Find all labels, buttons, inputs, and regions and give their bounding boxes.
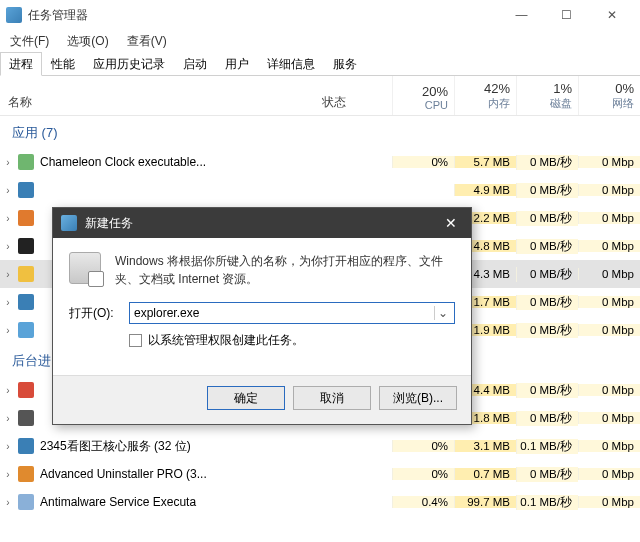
dialog-close-button[interactable]: ✕: [439, 215, 463, 231]
maximize-button[interactable]: ☐: [544, 0, 589, 30]
cell-memory: 0.7 MB: [454, 468, 516, 480]
browse-button[interactable]: 浏览(B)...: [379, 386, 457, 410]
tabbar: 进程 性能 应用历史记录 启动 用户 详细信息 服务: [0, 52, 640, 76]
group-apps[interactable]: 应用 (7): [0, 116, 640, 148]
cell-memory: 5.7 MB: [454, 156, 516, 168]
open-label: 打开(O):: [69, 305, 121, 322]
tab-details[interactable]: 详细信息: [258, 52, 324, 75]
disk-label: 磁盘: [550, 96, 572, 111]
cell-cpu: 0.4%: [392, 496, 454, 508]
run-dialog: 新建任务 ✕ Windows 将根据你所键入的名称，为你打开相应的程序、文件夹、…: [52, 207, 472, 425]
minimize-button[interactable]: —: [499, 0, 544, 30]
cell-disk: 0 MB/秒: [516, 467, 578, 482]
cell-disk: 0 MB/秒: [516, 211, 578, 226]
mem-label: 内存: [488, 96, 510, 111]
expand-icon[interactable]: ›: [0, 157, 16, 168]
tab-performance[interactable]: 性能: [42, 52, 84, 75]
dialog-body: Windows 将根据你所键入的名称，为你打开相应的程序、文件夹、文档或 Int…: [53, 238, 471, 375]
dialog-titlebar[interactable]: 新建任务 ✕: [53, 208, 471, 238]
bg-row[interactable]: ›Advanced Uninstaller PRO (3...0%0.7 MB0…: [0, 460, 640, 488]
expand-icon[interactable]: ›: [0, 325, 16, 336]
cpu-percent: 20%: [422, 84, 448, 99]
dialog-title: 新建任务: [85, 215, 439, 232]
chevron-down-icon[interactable]: ⌄: [434, 306, 450, 320]
col-name[interactable]: 名称: [0, 76, 322, 115]
col-network[interactable]: 0% 网络: [578, 76, 640, 115]
cell-network: 0 Mbp: [578, 324, 640, 336]
col-cpu[interactable]: 20% CPU: [392, 76, 454, 115]
run-icon: [69, 252, 101, 284]
col-memory[interactable]: 42% 内存: [454, 76, 516, 115]
bg-row[interactable]: ›Antimalware Service Executa0.4%99.7 MB0…: [0, 488, 640, 516]
cell-memory: 99.7 MB: [454, 496, 516, 508]
cell-network: 0 Mbp: [578, 184, 640, 196]
expand-icon[interactable]: ›: [0, 185, 16, 196]
admin-checkbox[interactable]: [129, 334, 142, 347]
tab-services[interactable]: 服务: [324, 52, 366, 75]
ok-button[interactable]: 确定: [207, 386, 285, 410]
cell-network: 0 Mbp: [578, 440, 640, 452]
net-percent: 0%: [615, 81, 634, 96]
window-title: 任务管理器: [28, 7, 499, 24]
process-icon: [18, 294, 34, 310]
cell-disk: 0 MB/秒: [516, 295, 578, 310]
process-icon: [18, 210, 34, 226]
menu-view[interactable]: 查看(V): [123, 31, 171, 52]
expand-icon[interactable]: ›: [0, 469, 16, 480]
open-combobox[interactable]: explorer.exe ⌄: [129, 302, 455, 324]
menu-file[interactable]: 文件(F): [6, 31, 53, 52]
expand-icon[interactable]: ›: [0, 441, 16, 452]
cell-network: 0 Mbp: [578, 412, 640, 424]
dialog-icon: [61, 215, 77, 231]
process-icon: [18, 182, 34, 198]
cell-network: 0 Mbp: [578, 240, 640, 252]
cell-disk: 0 MB/秒: [516, 267, 578, 282]
tab-users[interactable]: 用户: [216, 52, 258, 75]
bg-row[interactable]: ›2345看图王核心服务 (32 位)0%3.1 MB0.1 MB/秒0 Mbp: [0, 432, 640, 460]
expand-icon[interactable]: ›: [0, 241, 16, 252]
cell-network: 0 Mbp: [578, 468, 640, 480]
dialog-buttons: 确定 取消 浏览(B)...: [53, 375, 471, 424]
process-icon: [18, 410, 34, 426]
cpu-label: CPU: [425, 99, 448, 111]
titlebar: 任务管理器 — ☐ ✕: [0, 0, 640, 30]
open-value[interactable]: explorer.exe: [134, 306, 434, 320]
cell-network: 0 Mbp: [578, 296, 640, 308]
mem-percent: 42%: [484, 81, 510, 96]
cell-network: 0 Mbp: [578, 496, 640, 508]
tab-processes[interactable]: 进程: [0, 52, 42, 76]
window-buttons: — ☐ ✕: [499, 0, 634, 30]
cell-disk: 0 MB/秒: [516, 323, 578, 338]
cell-memory: 4.9 MB: [454, 184, 516, 196]
expand-icon[interactable]: ›: [0, 413, 16, 424]
process-name: Antimalware Service Executa: [40, 495, 322, 509]
cell-memory: 3.1 MB: [454, 440, 516, 452]
expand-icon[interactable]: ›: [0, 269, 16, 280]
app-row[interactable]: ›Chameleon Clock executable...0%5.7 MB0 …: [0, 148, 640, 176]
process-name: Chameleon Clock executable...: [40, 155, 322, 169]
process-name: Advanced Uninstaller PRO (3...: [40, 467, 322, 481]
process-icon: [18, 382, 34, 398]
process-icon: [18, 438, 34, 454]
cell-cpu: 0%: [392, 468, 454, 480]
tab-startup[interactable]: 启动: [174, 52, 216, 75]
expand-icon[interactable]: ›: [0, 497, 16, 508]
expand-icon[interactable]: ›: [0, 385, 16, 396]
col-status[interactable]: 状态: [322, 76, 392, 115]
cell-network: 0 Mbp: [578, 156, 640, 168]
process-icon: [18, 238, 34, 254]
process-name: 2345看图王核心服务 (32 位): [40, 438, 322, 455]
expand-icon[interactable]: ›: [0, 213, 16, 224]
cancel-button[interactable]: 取消: [293, 386, 371, 410]
process-icon: [18, 466, 34, 482]
menu-options[interactable]: 选项(O): [63, 31, 112, 52]
close-button[interactable]: ✕: [589, 0, 634, 30]
disk-percent: 1%: [553, 81, 572, 96]
app-row[interactable]: ›4.9 MB0 MB/秒0 Mbp: [0, 176, 640, 204]
cell-disk: 0 MB/秒: [516, 155, 578, 170]
process-icon: [18, 494, 34, 510]
col-disk[interactable]: 1% 磁盘: [516, 76, 578, 115]
cell-disk: 0 MB/秒: [516, 383, 578, 398]
tab-app-history[interactable]: 应用历史记录: [84, 52, 174, 75]
expand-icon[interactable]: ›: [0, 297, 16, 308]
